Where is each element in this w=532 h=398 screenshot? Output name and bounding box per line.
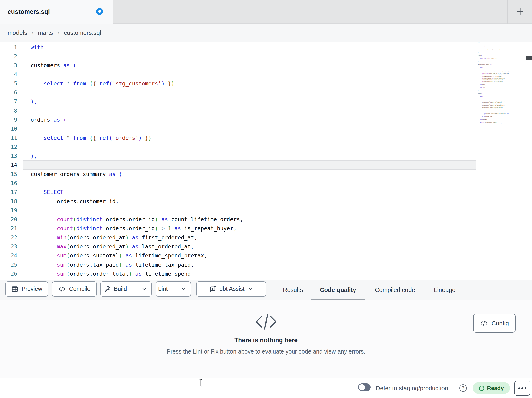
line-number: 18	[0, 197, 17, 206]
breadcrumb-separator: ›	[32, 29, 34, 36]
code-line: count(distinct orders.order_id) as count…	[31, 215, 243, 224]
code-line: ),	[31, 97, 243, 106]
code-line	[478, 44, 509, 46]
code-line: orders.customer_id,	[31, 197, 243, 206]
code-line: sum(orders.subtotal) as lifetime_spend_p…	[31, 251, 243, 260]
code-line	[478, 99, 509, 100]
code-line: with	[478, 42, 509, 44]
tab-lineage[interactable]: Lineage	[433, 280, 456, 300]
code-line: customer_orders_summary.lifetime_spend_p…	[478, 105, 509, 106]
code-line	[478, 65, 509, 67]
code-content[interactable]: with customers as ( select * from {{ ref…	[31, 43, 243, 278]
file-tab-title: customers.sql	[8, 8, 50, 15]
line-number: 20	[0, 215, 17, 224]
code-line: select * from {{ ref('stg_customers') }}	[31, 79, 243, 88]
code-line: end as customer_type	[478, 116, 509, 117]
code-line: )	[478, 126, 509, 128]
line-number: 12	[0, 142, 17, 151]
code-quality-panel: There is nothing here Press the Lint or …	[0, 300, 532, 378]
unsaved-changes-dot	[96, 8, 103, 15]
line-number: 2	[0, 52, 17, 61]
status-badge: Ready	[473, 382, 510, 394]
active-tab-underline	[311, 299, 365, 300]
breadcrumb-item-models[interactable]: models	[8, 29, 27, 36]
code-line: sum(orders.tax_paid) as lifetime_tax_pai…	[31, 260, 243, 269]
line-number: 10	[0, 124, 17, 133]
code-line: select	[478, 96, 509, 98]
file-tab-customers-sql[interactable]: customers.sql	[0, 0, 113, 24]
line-number: 11	[0, 133, 17, 142]
code-line: customer_orders_summary.first_ordered_at…	[478, 102, 509, 104]
code-line: min(orders.ordered_at) as first_ordered_…	[478, 74, 509, 76]
code-line	[31, 142, 243, 151]
ready-status-icon	[479, 385, 484, 391]
code-line: sum(orders.subtotal) as lifetime_spend_p…	[478, 78, 509, 79]
code-line: SELECT	[31, 188, 243, 197]
code-line: group by 1	[478, 87, 509, 88]
line-number: 3	[0, 61, 17, 70]
code-line: from orders	[478, 84, 509, 85]
code-line	[478, 59, 509, 61]
code-line: orders.customer_id,	[478, 68, 509, 70]
tab-compiled-code[interactable]: Compiled code	[374, 280, 416, 300]
code-line	[31, 206, 243, 215]
code-line	[478, 110, 509, 111]
code-line	[478, 91, 509, 93]
code-line	[478, 70, 509, 72]
code-line: customer_orders_summary.lifetime_tax_pai…	[478, 106, 509, 108]
empty-state-title: There is nothing here	[234, 337, 298, 344]
editor-minimap[interactable]: with customers as ( select * from {{ ref…	[478, 42, 509, 135]
code-line: count(distinct orders.order_id) > 1 as i…	[31, 224, 243, 233]
editor-scrollbar-thumb[interactable]	[526, 56, 532, 60]
code-brackets-icon	[254, 313, 278, 331]
code-line	[478, 120, 509, 122]
code-line: count(distinct orders.order_id) > 1 as i…	[478, 73, 509, 74]
line-number: 5	[0, 79, 17, 88]
result-tabs: ResultsCode qualityCompiled codeLineage	[0, 280, 532, 300]
line-number: 24	[0, 251, 17, 260]
code-line: customer_orders_summary.last_ordered_at,	[478, 104, 509, 105]
breadcrumb-item-customers-sql[interactable]: customers.sql	[64, 29, 101, 36]
line-number: 23	[0, 242, 17, 251]
code-line: case	[478, 111, 509, 113]
code-line: SELECT	[478, 67, 509, 68]
code-line: select * from {{ ref('orders') }}	[478, 58, 509, 59]
text-cursor-pointer	[198, 379, 203, 387]
empty-state: There is nothing here Press the Lint or …	[0, 300, 532, 378]
config-button[interactable]: Config	[473, 314, 515, 333]
line-number: 19	[0, 206, 17, 215]
code-editor[interactable]: 1234567891011121314151617181920212223242…	[0, 42, 532, 280]
tab-code-quality[interactable]: Code quality	[311, 280, 365, 300]
plus-icon	[516, 8, 524, 16]
code-line: ),	[478, 90, 509, 91]
line-number: 17	[0, 188, 17, 197]
breadcrumb-separator: ›	[57, 29, 60, 36]
line-number: 14	[0, 160, 17, 170]
code-line	[478, 88, 509, 90]
code-line: customer_orders_summary.count_lifetime_o…	[478, 100, 509, 102]
tab-results[interactable]: Results	[281, 280, 305, 300]
code-line: customer_orders_summary as (	[31, 170, 243, 179]
code-line	[31, 70, 243, 79]
code-line	[31, 179, 243, 188]
code-line	[478, 117, 509, 119]
breadcrumb-item-marts[interactable]: marts	[38, 29, 53, 36]
action-toolbar: Preview Compile Build Li	[0, 280, 532, 300]
code-line: select * from joined	[478, 130, 509, 131]
code-line	[478, 62, 509, 64]
code-line	[31, 88, 243, 97]
help-icon[interactable]: ?	[459, 384, 467, 392]
tab-bar-separator	[507, 0, 508, 24]
code-line	[478, 85, 509, 87]
code-line: max(orders.ordered_at) as last_ordered_a…	[31, 242, 243, 251]
new-tab-button[interactable]	[514, 6, 526, 18]
code-line: sum(orders.tax_paid) as lifetime_tax_pai…	[478, 79, 509, 80]
defer-toggle[interactable]	[358, 383, 371, 391]
more-options-button[interactable]	[514, 381, 530, 396]
code-line: customer_orders_summary as (	[478, 64, 509, 65]
code-line	[478, 82, 509, 84]
dbt-ide-window: customers.sql models›marts›customers.sql…	[0, 0, 532, 398]
code-line	[478, 125, 509, 126]
code-line: select * from {{ ref('stg_customers') }}	[478, 48, 509, 50]
status-bar: Defer to staging/production ? Ready	[0, 378, 532, 398]
